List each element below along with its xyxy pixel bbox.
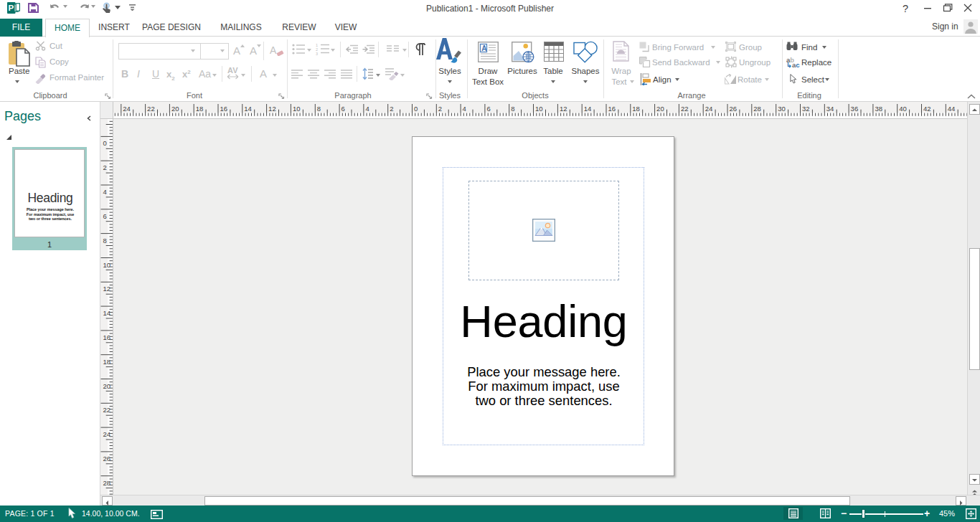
svg-text:6: 6	[341, 105, 345, 113]
svg-text:18: 18	[196, 105, 204, 113]
svg-text:24: 24	[123, 105, 131, 113]
svg-text:16: 16	[220, 105, 228, 113]
svg-text:2: 2	[438, 105, 442, 113]
svg-text:30: 30	[778, 105, 786, 113]
svg-text:34: 34	[826, 105, 834, 113]
svg-text:8: 8	[103, 237, 107, 245]
svg-text:4: 4	[365, 105, 369, 113]
svg-text:?: ?	[903, 3, 908, 13]
svg-text:8: 8	[317, 105, 321, 113]
svg-text:18: 18	[103, 358, 111, 366]
svg-text:12: 12	[268, 105, 276, 113]
svg-text:3: 3	[316, 52, 318, 55]
svg-text:28: 28	[103, 479, 111, 487]
svg-text:8: 8	[511, 105, 514, 113]
svg-text:24: 24	[705, 105, 713, 113]
svg-text:4: 4	[103, 188, 107, 196]
svg-text:14: 14	[584, 105, 592, 113]
svg-text:16: 16	[103, 333, 111, 341]
svg-text:24: 24	[103, 430, 111, 438]
svg-text:26: 26	[103, 455, 111, 462]
svg-text:22: 22	[147, 105, 155, 113]
svg-text:40: 40	[899, 105, 907, 113]
svg-text:26: 26	[730, 105, 738, 113]
svg-text:32: 32	[802, 105, 810, 113]
svg-text:A: A	[481, 44, 486, 52]
svg-text:14: 14	[244, 105, 252, 113]
svg-text:18: 18	[632, 105, 640, 113]
svg-text:12: 12	[103, 285, 111, 293]
svg-text:22: 22	[681, 105, 689, 113]
svg-text:0: 0	[103, 139, 107, 147]
svg-text:10: 10	[535, 105, 543, 113]
svg-text:6: 6	[103, 212, 107, 220]
svg-text:2: 2	[390, 105, 393, 113]
svg-text:22: 22	[103, 406, 111, 414]
svg-text:16: 16	[608, 105, 616, 113]
svg-text:10: 10	[293, 105, 301, 113]
svg-text:44: 44	[948, 105, 956, 113]
svg-text:20: 20	[103, 382, 111, 390]
svg-text:36: 36	[851, 105, 859, 113]
svg-text:12: 12	[560, 105, 567, 113]
svg-text:38: 38	[875, 105, 882, 113]
svg-text:20: 20	[171, 105, 179, 113]
svg-text:20: 20	[656, 105, 664, 113]
svg-text:14: 14	[103, 309, 111, 317]
svg-text:2: 2	[103, 163, 107, 171]
svg-text:6: 6	[486, 105, 490, 113]
svg-text:28: 28	[753, 105, 761, 113]
svg-text:42: 42	[923, 105, 931, 113]
svg-text:10: 10	[103, 261, 111, 269]
svg-text:0: 0	[414, 105, 418, 113]
svg-text:4: 4	[463, 105, 466, 113]
